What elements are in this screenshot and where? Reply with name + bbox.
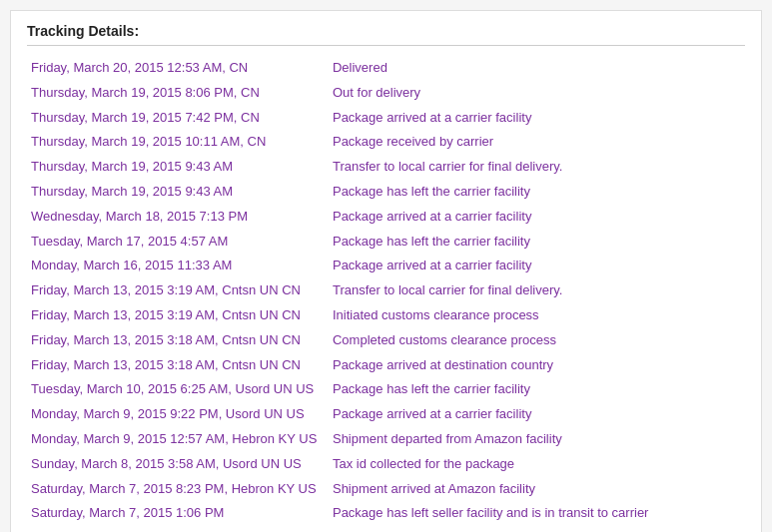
date-cell: Friday, March 13, 2015 3:18 AM, Cntsn UN…: [27, 353, 329, 378]
status-cell: Shipment arrived at Amazon facility: [329, 477, 745, 502]
date-cell: Tuesday, March 10, 2015 6:25 AM, Usord U…: [27, 377, 329, 402]
table-row: Tuesday, March 17, 2015 4:57 AMPackage h…: [27, 230, 745, 255]
date-cell: Friday, March 13, 2015 3:18 AM, Cntsn UN…: [27, 328, 329, 353]
status-cell: Transfer to local carrier for final deli…: [329, 278, 745, 303]
date-cell: Thursday, March 19, 2015 7:42 PM, CN: [27, 106, 329, 131]
table-row: Sunday, March 8, 2015 3:58 AM, Usord UN …: [27, 452, 745, 477]
table-row: Monday, March 16, 2015 11:33 AMPackage a…: [27, 254, 745, 278]
table-row: Thursday, March 19, 2015 9:43 AMPackage …: [27, 180, 745, 205]
date-cell: Monday, March 9, 2015 12:57 AM, Hebron K…: [27, 427, 329, 452]
status-cell: Package arrived at a carrier facility: [329, 402, 745, 427]
table-row: Tuesday, March 10, 2015 6:25 AM, Usord U…: [27, 377, 745, 402]
section-title: Tracking Details:: [27, 23, 745, 46]
date-cell: Monday, March 16, 2015 11:33 AM: [27, 254, 329, 278]
date-cell: Friday, March 13, 2015 3:19 AM, Cntsn UN…: [27, 278, 329, 303]
status-cell: Initiated customs clearance process: [329, 303, 745, 328]
table-row: Friday, March 13, 2015 3:18 AM, Cntsn UN…: [27, 353, 745, 378]
status-cell: Package has left seller facility and is …: [329, 501, 745, 526]
table-row: Monday, March 9, 2015 12:57 AM, Hebron K…: [27, 427, 745, 452]
table-row: Saturday, March 7, 2015 8:23 PM, Hebron …: [27, 477, 745, 502]
table-row: Friday, March 13, 2015 3:19 AM, Cntsn UN…: [27, 303, 745, 328]
date-cell: Thursday, March 19, 2015 9:43 AM: [27, 155, 329, 180]
date-cell: Thursday, March 19, 2015 8:06 PM, CN: [27, 81, 329, 106]
date-cell: Sunday, March 8, 2015 3:58 AM, Usord UN …: [27, 452, 329, 477]
date-cell: Thursday, March 19, 2015 9:43 AM: [27, 180, 329, 205]
table-row: Wednesday, March 18, 2015 7:13 PMPackage…: [27, 205, 745, 230]
date-cell: Friday, March 13, 2015 3:19 AM, Cntsn UN…: [27, 303, 329, 328]
table-row: Friday, March 13, 2015 3:19 AM, Cntsn UN…: [27, 278, 745, 303]
table-row: Thursday, March 19, 2015 10:11 AM, CNPac…: [27, 130, 745, 155]
date-cell: Saturday, March 7, 2015 8:23 PM, Hebron …: [27, 477, 329, 502]
table-row: Thursday, March 19, 2015 8:06 PM, CNOut …: [27, 81, 745, 106]
date-cell: Saturday, March 7, 2015 1:06 PM: [27, 501, 329, 526]
status-cell: Package has left the carrier facility: [329, 377, 745, 402]
date-cell: Wednesday, March 18, 2015 7:13 PM: [27, 205, 329, 230]
status-cell: Package arrived at a carrier facility: [329, 205, 745, 230]
status-cell: Out for delivery: [329, 81, 745, 106]
date-cell: Tuesday, March 17, 2015 4:57 AM: [27, 230, 329, 255]
status-cell: Completed customs clearance process: [329, 328, 745, 353]
status-cell: Package has left the carrier facility: [329, 230, 745, 255]
date-cell: Friday, March 20, 2015 12:53 AM, CN: [27, 56, 329, 81]
status-cell: Shipment departed from Amazon facility: [329, 427, 745, 452]
table-row: Thursday, March 19, 2015 9:43 AMTransfer…: [27, 155, 745, 180]
table-row: Saturday, March 7, 2015 1:06 PMPackage h…: [27, 501, 745, 526]
table-row: Friday, March 13, 2015 3:18 AM, Cntsn UN…: [27, 328, 745, 353]
tracking-container: Tracking Details: Friday, March 20, 2015…: [10, 10, 762, 532]
tracking-table: Friday, March 20, 2015 12:53 AM, CNDeliv…: [27, 56, 745, 526]
status-cell: Package arrived at a carrier facility: [329, 106, 745, 131]
date-cell: Thursday, March 19, 2015 10:11 AM, CN: [27, 130, 329, 155]
status-cell: Package received by carrier: [329, 130, 745, 155]
date-cell: Monday, March 9, 2015 9:22 PM, Usord UN …: [27, 402, 329, 427]
status-cell: Delivered: [329, 56, 745, 81]
status-cell: Package has left the carrier facility: [329, 180, 745, 205]
table-row: Friday, March 20, 2015 12:53 AM, CNDeliv…: [27, 56, 745, 81]
status-cell: Transfer to local carrier for final deli…: [329, 155, 745, 180]
status-cell: Package arrived at a carrier facility: [329, 254, 745, 278]
table-row: Monday, March 9, 2015 9:22 PM, Usord UN …: [27, 402, 745, 427]
status-cell: Tax id collected for the package: [329, 452, 745, 477]
table-row: Thursday, March 19, 2015 7:42 PM, CNPack…: [27, 106, 745, 131]
status-cell: Package arrived at destination country: [329, 353, 745, 378]
